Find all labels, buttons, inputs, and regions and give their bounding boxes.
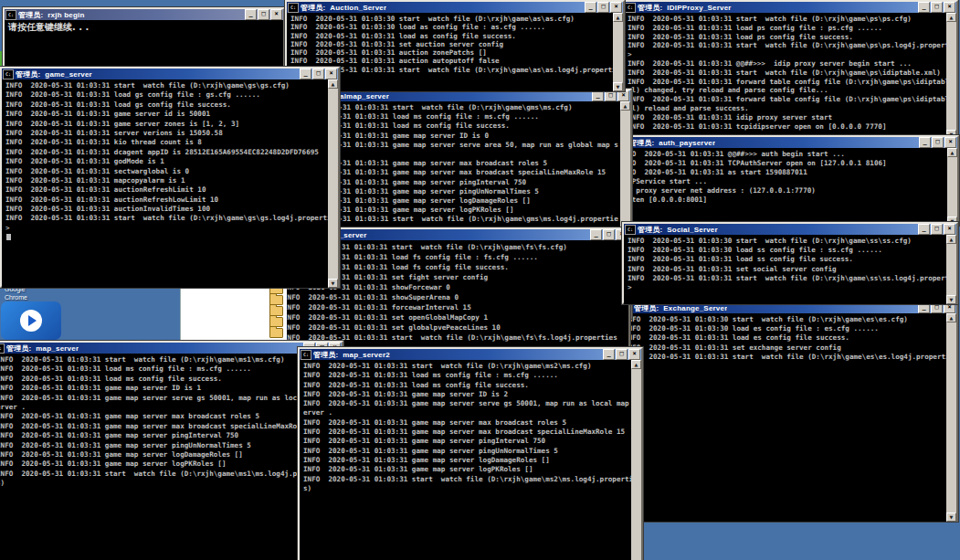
console-output-idipproxy-server[interactable]: INFO 2020-05-31 01:03:31 start watch fil…: [624, 13, 956, 139]
maximize-button[interactable]: □: [932, 137, 944, 148]
vertical-scrollbar[interactable]: ▲▼: [946, 13, 956, 139]
media-app-icon[interactable]: [1, 301, 61, 340]
console-line: INFO 2020-05-31 01:03:31 start watch fil…: [303, 475, 641, 484]
minimize-button[interactable]: _: [590, 229, 602, 240]
maximize-button[interactable]: □: [931, 2, 943, 13]
maximize-button[interactable]: □: [616, 349, 628, 360]
console-icon: C:: [288, 3, 299, 13]
console-line: INFO 2020-05-31 01:03:31 start watch fil…: [628, 274, 956, 283]
scroll-down-icon[interactable]: ▼: [946, 295, 956, 304]
window-controls: _□×: [300, 69, 337, 79]
minimize-button[interactable]: _: [919, 137, 931, 148]
close-button[interactable]: ×: [610, 2, 622, 13]
console-icon: C:: [0, 343, 5, 354]
minimize-button[interactable]: _: [603, 349, 615, 360]
minimize-button[interactable]: _: [592, 90, 604, 101]
titlebar-map-server[interactable]: C:管理员: map_server_□×: [0, 343, 342, 354]
vertical-scrollbar[interactable]: ▲▼: [328, 79, 338, 288]
console-cursor: [6, 234, 11, 240]
maximize-button[interactable]: □: [931, 224, 943, 235]
scroll-up-icon[interactable]: ▲: [613, 13, 623, 22]
scroll-up-icon[interactable]: ▲: [946, 313, 956, 322]
console-line: INFO 2020-05-31 01:03:31 as start 159088…: [619, 168, 957, 177]
console-line: >: [628, 283, 956, 292]
console-line: INFO 2020-05-31 01:03:31 @@##>>> auth be…: [619, 150, 957, 159]
console-line: INFO 2020-05-31 01:03:31 kio thread coun…: [5, 138, 338, 147]
scroll-up-icon[interactable]: ▲: [946, 13, 956, 22]
window-exchange-server: C:管理员: Exchange_Server_□×INFO 2020-05-31…: [618, 301, 958, 522]
titlebar-map-server2[interactable]: C:管理员: map_server2_□×: [300, 349, 641, 360]
window-controls: _□×: [592, 90, 629, 101]
titlebar-social-server[interactable]: C:管理员: Social_Server_□×: [624, 224, 956, 235]
console-line: IDIPService start ...: [619, 177, 957, 186]
console-output-map-server2[interactable]: INFO 2020-05-31 01:03:31 start watch fil…: [300, 360, 641, 560]
window-title: 管理员: Social_Server: [638, 225, 718, 235]
maximize-button[interactable]: □: [597, 2, 609, 13]
scroll-down-icon[interactable]: ▼: [613, 82, 623, 91]
titlebar-idipproxy-server[interactable]: C:管理员: IDIPProxy_Server_□×: [624, 2, 956, 13]
console-line: INFO 2020-05-31 01:03:31 game server zon…: [5, 120, 338, 129]
console-line: INFO 2020-05-31 01:03:31 TCPAuthServer o…: [619, 159, 957, 168]
console-line: INFO 2020-05-31 01:03:31 start watch fil…: [0, 470, 342, 479]
minimize-button[interactable]: _: [585, 2, 596, 13]
minimize-button[interactable]: _: [245, 9, 257, 20]
console-line: INFO 2020-05-31 01:03:31 game map server…: [303, 447, 641, 456]
console-output-exchange-server[interactable]: INFO 2020-05-31 01:03:30 start watch fil…: [620, 313, 956, 522]
console-line: INFO 2020-05-31 01:03:31 start watch fil…: [290, 66, 623, 74]
scroll-up-icon[interactable]: ▲: [947, 148, 957, 157]
titlebar-auction-server[interactable]: C:管理员: Auction_Server_□×: [287, 2, 623, 13]
close-button[interactable]: ×: [270, 9, 282, 20]
console-line: INFO 2020-05-31 01:03:31 tcpidipserver o…: [628, 122, 956, 132]
console-line: INFO 2020-05-31 01:03:31 game server id …: [5, 110, 338, 119]
vertical-scrollbar[interactable]: ▲▼: [613, 13, 623, 91]
scroll-up-icon[interactable]: ▲: [631, 360, 641, 369]
titlebar-game-server[interactable]: C:管理员: game_server_□×: [2, 69, 338, 79]
console-line: INFO 2020-05-31 01:03:31 load es config …: [624, 333, 956, 343]
console-line: INFO 2020-05-31 01:03:30 start watch fil…: [624, 315, 956, 324]
titlebar-auth-payserver[interactable]: C:管理员: auth_payserver_□×: [616, 137, 957, 148]
console-output-auth-payserver[interactable]: INFO 2020-05-31 01:03:31 @@##>>> auth be…: [616, 148, 957, 226]
maximize-button[interactable]: □: [258, 9, 269, 20]
close-button[interactable]: ×: [325, 69, 337, 79]
close-button[interactable]: ×: [944, 137, 956, 148]
console-icon: C:: [301, 350, 311, 360]
close-button[interactable]: ×: [944, 2, 955, 13]
console-output-map-server[interactable]: INFO 2020-05-31 01:03:31 start watch fil…: [0, 354, 342, 560]
close-button[interactable]: ×: [617, 90, 629, 101]
console-output-social-server[interactable]: INFO 2020-05-31 01:03:30 start watch fil…: [624, 235, 956, 304]
console-line: INFO 2020-05-31 01:03:31 start watch fil…: [628, 15, 956, 24]
minimize-button[interactable]: _: [300, 69, 311, 79]
console-line: ml) reload and parse success.: [628, 104, 956, 113]
maximize-button[interactable]: □: [603, 229, 615, 240]
window-title: 管理员: Exchange_Server: [634, 303, 727, 313]
vertical-scrollbar[interactable]: ▲▼: [946, 313, 956, 522]
scroll-up-icon[interactable]: ▲: [946, 235, 956, 244]
console-line: INFO 2020-05-31 01:03:31 load ms config …: [0, 375, 342, 384]
console-output-game-server[interactable]: INFO 2020-05-31 01:03:31 start watch fil…: [2, 79, 338, 288]
window-title: 管理员: Auction_Server: [301, 3, 386, 13]
scroll-down-icon[interactable]: ▼: [328, 279, 338, 288]
close-button[interactable]: ×: [628, 349, 640, 360]
console-line: listen [0.0.0.0:8001]: [619, 195, 957, 205]
console-line: INFO 2020-05-31 01:03:31 dcagent appID i…: [5, 148, 338, 157]
console-output-rxjh-begin[interactable]: 请按任意键继续. . .: [5, 20, 283, 71]
minimize-button[interactable]: _: [918, 2, 930, 13]
titlebar-rxjh-begin[interactable]: C:管理员: rxjh begin_□×: [5, 9, 283, 20]
folder-icon[interactable]: [269, 328, 283, 338]
maximize-button[interactable]: □: [312, 69, 324, 79]
console-line: INFO 2020-05-31 01:03:31 load ss config …: [628, 255, 956, 264]
maximize-button[interactable]: □: [605, 90, 617, 101]
scroll-up-icon[interactable]: ▲: [620, 101, 630, 111]
vertical-scrollbar[interactable]: ▲▼: [946, 235, 956, 304]
console-line: INFO 2020-05-31 01:03:30 start watch fil…: [628, 237, 956, 246]
close-button[interactable]: ×: [944, 224, 955, 235]
window-map-server2: C:管理员: map_server2_□×INFO 2020-05-31 01:…: [298, 347, 643, 560]
vertical-scrollbar[interactable]: ▲▼: [947, 148, 957, 226]
scroll-down-icon[interactable]: ▼: [946, 512, 956, 522]
console-line: INFO 2020-05-31 01:03:31 load ms config …: [0, 365, 342, 374]
vertical-scrollbar[interactable]: ▲▼: [631, 360, 641, 560]
console-line: INFO 2020-05-31 01:03:31 game map server…: [0, 450, 342, 460]
minimize-button[interactable]: _: [918, 224, 930, 235]
scroll-up-icon[interactable]: ▲: [328, 79, 338, 89]
console-line: INFO 2020-05-31 01:03:31 load gs config …: [5, 90, 338, 100]
